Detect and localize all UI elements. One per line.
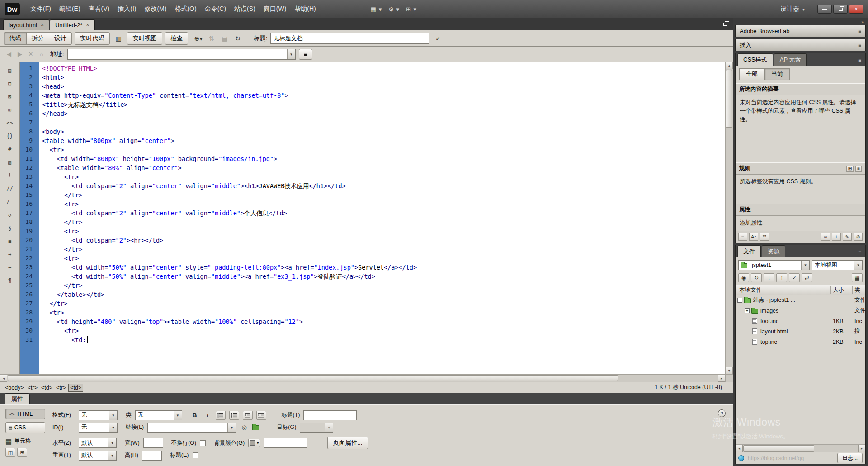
outdent-icon[interactable] [243, 411, 253, 420]
syntax-error-alerts-icon[interactable]: ! [4, 171, 16, 180]
insert-panel-header[interactable]: 插入 ≡ [735, 39, 866, 51]
panel-menu-icon[interactable]: ≡ [858, 57, 863, 66]
scroll-down-icon[interactable]: ▼ [726, 367, 733, 374]
menu-item[interactable]: 修改(M) [140, 3, 170, 15]
workspace-switcher[interactable]: 设计器 ▾ [776, 3, 809, 15]
file-status-icon[interactable]: ✓ [432, 33, 444, 44]
sort-properties-icon[interactable]: Az [749, 233, 758, 241]
line-numbers-icon[interactable]: # [4, 144, 16, 154]
apply-comment-icon[interactable]: // [4, 184, 16, 193]
code-view[interactable]: <!DOCTYPE HTML><html><head><meta http-eq… [39, 62, 725, 374]
collapse-panels-icon[interactable]: » [861, 19, 864, 24]
close-button[interactable]: × [849, 5, 863, 14]
html-mode-button[interactable]: <> HTML [5, 409, 45, 419]
dropdown-arrow-icon[interactable]: ▾ [109, 423, 117, 432]
tag-selector-item[interactable]: <tr> [55, 384, 67, 391]
menu-item[interactable]: 命令(C) [201, 3, 230, 15]
tree-expander-icon[interactable]: - [737, 298, 742, 303]
css-mode-button[interactable]: ▤ CSS [5, 422, 45, 433]
restore-button[interactable] [833, 5, 848, 14]
scrollbar-thumb[interactable] [726, 70, 732, 128]
wrap-tag-icon[interactable]: ◇ [4, 210, 16, 219]
extensions-icon[interactable]: ⚙ ▾ [388, 6, 400, 13]
bgcolor-picker[interactable]: ▾ [248, 439, 260, 447]
tree-expander-icon[interactable]: + [745, 308, 750, 313]
synchronize-icon[interactable]: ⇄ [802, 273, 812, 282]
menu-item[interactable]: 窗口(W) [259, 3, 291, 15]
format-dropdown[interactable]: 无▾ [79, 410, 118, 420]
balance-braces-icon[interactable]: {} [4, 131, 16, 141]
document-tab[interactable]: layout.html× [3, 19, 49, 30]
css-all-button[interactable]: 全部 [739, 68, 764, 80]
collapse-selection-icon[interactable]: ⊠ [4, 92, 16, 101]
back-icon[interactable]: ◀ [5, 50, 14, 59]
dropdown-arrow-icon[interactable]: ▾ [108, 451, 116, 460]
log-button[interactable]: 日志... [837, 453, 863, 463]
browse-folder-icon[interactable] [252, 423, 261, 432]
browserlab-panel-header[interactable]: Adobe BrowserLab ≡ [735, 25, 866, 37]
tab-css-styles[interactable]: CSS样式 [737, 53, 773, 66]
file-tree-row[interactable]: -站点 - jsptest1 ...文件 [736, 295, 865, 305]
class-dropdown[interactable]: 无▾ [135, 410, 182, 420]
workspace-layout-icon[interactable]: ▦ ▾ [371, 6, 382, 13]
nowrap-checkbox[interactable] [200, 440, 206, 446]
scroll-left-icon[interactable]: ◂ [736, 445, 743, 452]
scroll-right-icon[interactable]: ▸ [858, 445, 865, 452]
dropdown-arrow-icon[interactable]: ▾ [108, 438, 116, 447]
scroll-right-icon[interactable]: ▸ [718, 375, 725, 382]
refresh-icon[interactable]: ↻ [751, 273, 762, 282]
put-files-icon[interactable]: ↑ [776, 273, 787, 282]
scrollbar-thumb[interactable] [743, 445, 814, 452]
live-view-options-icon[interactable]: ▥ [113, 33, 124, 44]
cascade-view-icon[interactable]: ⊞ [846, 166, 854, 172]
file-tree-row[interactable]: layout.html2KB搜 [736, 326, 865, 337]
css-current-button[interactable]: 当前 [764, 68, 790, 80]
live-view-button[interactable]: 实时视图 [127, 32, 162, 45]
format-source-code-icon[interactable]: ¶ [4, 276, 16, 285]
menu-item[interactable]: 查看(V) [85, 3, 114, 15]
indent-icon[interactable] [256, 411, 266, 420]
unordered-list-icon[interactable] [216, 411, 226, 420]
minimize-button[interactable] [817, 5, 832, 14]
title-attr-input[interactable] [303, 410, 357, 420]
get-files-icon[interactable]: ↓ [764, 273, 774, 282]
panel-menu-icon[interactable]: ≡ [858, 249, 863, 257]
menu-item[interactable]: 站点(S) [230, 3, 259, 15]
scroll-left-icon[interactable]: ◂ [0, 375, 7, 382]
menu-item[interactable]: 文件(F) [26, 3, 55, 15]
dropdown-arrow-icon[interactable]: ▾ [801, 261, 809, 270]
scrollbar-track[interactable] [726, 128, 733, 367]
split-cell-icon[interactable]: ⊞ [17, 448, 27, 457]
file-tree-row[interactable]: foot.inc1KBInc [736, 316, 865, 326]
horizontal-align-dropdown[interactable]: 默认▾ [79, 438, 117, 448]
panel-menu-icon[interactable]: ≡ [858, 42, 861, 48]
recent-snippets-icon[interactable]: § [4, 223, 16, 233]
scrollbar-thumb[interactable] [8, 375, 618, 381]
merge-cells-icon[interactable]: ◫ [5, 448, 15, 457]
refresh-design-view-icon[interactable]: ↻ [232, 33, 244, 44]
tab-close-icon[interactable]: × [86, 22, 90, 28]
dropdown-arrow-icon[interactable]: ▾ [854, 261, 862, 270]
horizontal-scrollbar[interactable]: ◂ ▸ [0, 374, 733, 382]
tag-selector-item[interactable]: <td> [68, 384, 83, 392]
file-management-icon[interactable]: ⇅ [206, 33, 217, 44]
collapse-full-tag-icon[interactable]: ⊟ [4, 79, 16, 88]
italic-button[interactable]: I [203, 411, 212, 420]
inspect-button[interactable]: 检查 [165, 32, 188, 45]
scrollbar-track[interactable] [743, 445, 858, 452]
remove-comment-icon[interactable]: /- [4, 197, 16, 206]
dropdown-arrow-icon[interactable]: ▾ [174, 411, 182, 420]
sites-menu-icon[interactable]: ⊞ ▾ [406, 6, 417, 13]
point-to-file-icon[interactable]: ◎ [240, 423, 249, 432]
document-tab[interactable]: Untitled-2*× [50, 19, 95, 30]
tab-ap-elements[interactable]: AP 元素 [774, 53, 807, 66]
design-view-button[interactable]: 设计 [49, 32, 72, 45]
tag-selector-item[interactable]: <td> [40, 384, 54, 391]
cascade-documents-button[interactable] [718, 18, 733, 30]
code-view-button[interactable]: 代码 [4, 32, 27, 45]
preview-in-browser-icon[interactable]: ⊕▾ [193, 33, 204, 44]
edit-rule-icon[interactable]: ✎ [843, 233, 852, 241]
id-dropdown[interactable]: 无▾ [79, 423, 118, 433]
outdent-code-icon[interactable]: ← [4, 262, 16, 272]
ordered-list-icon[interactable] [229, 411, 239, 420]
